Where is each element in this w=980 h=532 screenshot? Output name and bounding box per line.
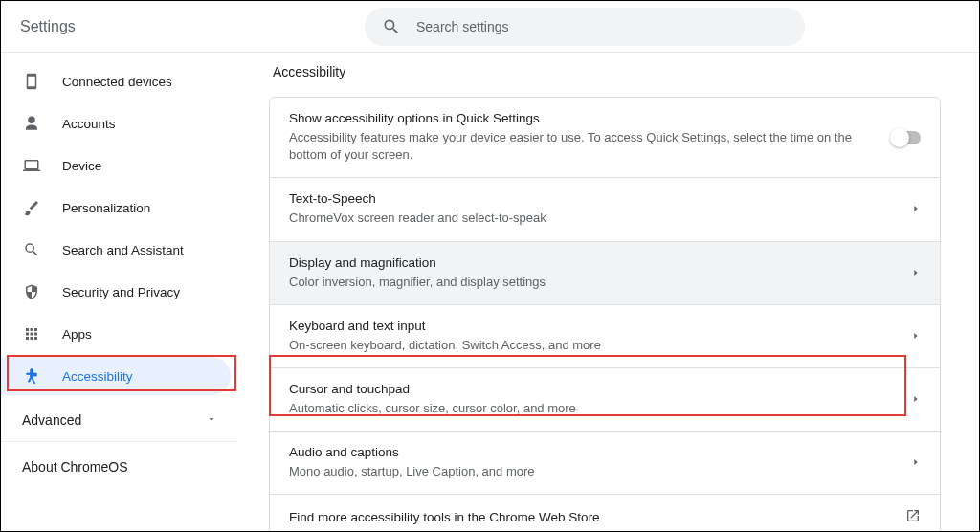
row-title: Find more accessibility tools in the Chr… — [289, 510, 890, 524]
chevron-down-icon — [206, 412, 217, 428]
advanced-label: Advanced — [22, 412, 81, 428]
row-cursor-touchpad[interactable]: Cursor and touchpad Automatic clicks, cu… — [270, 367, 940, 431]
sidebar-item-label: Apps — [62, 327, 92, 342]
row-title: Keyboard and text input — [289, 319, 896, 333]
row-web-store[interactable]: Find more accessibility tools in the Chr… — [270, 494, 940, 531]
row-title: Audio and captions — [289, 445, 896, 459]
sidebar-item-label: Search and Assistant — [62, 243, 184, 257]
svg-point-0 — [31, 369, 33, 372]
sidebar-item-label: Security and Privacy — [62, 285, 180, 299]
phone-icon — [22, 72, 41, 91]
row-title: Text-to-Speech — [289, 191, 896, 206]
settings-card: Show accessibility options in Quick Sett… — [269, 97, 941, 531]
sidebar-item-personalization[interactable]: Personalization — [1, 188, 231, 227]
about-label: About ChromeOS — [22, 459, 128, 475]
sidebar-item-accounts[interactable]: Accounts — [1, 104, 231, 143]
apps-icon — [22, 324, 41, 344]
search-icon — [382, 17, 401, 36]
row-text-to-speech[interactable]: Text-to-Speech ChromeVox screen reader a… — [270, 177, 940, 240]
main-content: Accessibility Show accessibility options… — [238, 53, 979, 531]
sidebar-item-label: Connected devices — [62, 75, 172, 89]
topbar: Settings Search settings — [1, 1, 979, 53]
row-subtitle: Color inversion, magnifier, and display … — [289, 274, 896, 291]
advanced-toggle[interactable]: Advanced — [1, 399, 238, 442]
row-subtitle: ChromeVox screen reader and select-to-sp… — [289, 210, 896, 227]
row-display-magnification[interactable]: Display and magnification Color inversio… — [270, 241, 940, 304]
sidebar-item-device[interactable]: Device — [1, 146, 231, 185]
person-icon — [22, 114, 41, 133]
sidebar-item-label: Accessibility — [62, 369, 133, 384]
sidebar-item-label: Accounts — [62, 117, 116, 131]
sidebar-item-connected-devices[interactable]: Connected devices — [1, 62, 231, 100]
row-quick-settings[interactable]: Show accessibility options in Quick Sett… — [270, 98, 940, 177]
row-keyboard-text-input[interactable]: Keyboard and text input On-screen keyboa… — [270, 304, 940, 367]
row-audio-captions[interactable]: Audio and captions Mono audio, startup, … — [270, 431, 940, 494]
about-chromeos[interactable]: About ChromeOS — [1, 442, 238, 492]
sidebar-item-security-privacy[interactable]: Security and Privacy — [1, 273, 231, 311]
toggle-switch[interactable] — [892, 131, 921, 144]
search-placeholder: Search settings — [416, 19, 509, 34]
chevron-right-icon — [911, 266, 921, 280]
brush-icon — [22, 198, 41, 217]
row-subtitle: Automatic clicks, cursor size, cursor co… — [289, 400, 896, 417]
row-subtitle: Accessibility features make your device … — [289, 129, 877, 164]
page-title: Settings — [20, 18, 365, 35]
row-subtitle: Mono audio, startup, Live Caption, and m… — [289, 463, 896, 480]
accessibility-icon — [22, 366, 41, 386]
chevron-right-icon — [911, 455, 921, 470]
section-heading: Accessibility — [273, 64, 941, 79]
shield-icon — [22, 282, 41, 301]
laptop-icon — [22, 156, 41, 175]
open-external-icon — [905, 508, 921, 526]
chevron-right-icon — [911, 329, 921, 344]
sidebar-item-label: Personalization — [62, 201, 150, 215]
row-title: Cursor and touchpad — [289, 382, 896, 396]
chevron-right-icon — [911, 202, 921, 216]
search-input[interactable]: Search settings — [365, 8, 805, 46]
sidebar: Connected devices Accounts Device Person… — [1, 53, 238, 531]
sidebar-item-search-assistant[interactable]: Search and Assistant — [1, 231, 231, 269]
row-title: Show accessibility options in Quick Sett… — [289, 111, 877, 125]
sidebar-item-label: Device — [62, 159, 101, 173]
search-icon — [22, 240, 41, 259]
chevron-right-icon — [911, 392, 921, 407]
sidebar-item-apps[interactable]: Apps — [1, 315, 231, 353]
sidebar-item-accessibility[interactable]: Accessibility — [1, 357, 231, 395]
row-subtitle: On-screen keyboard, dictation, Switch Ac… — [289, 337, 896, 354]
row-title: Display and magnification — [289, 255, 896, 270]
